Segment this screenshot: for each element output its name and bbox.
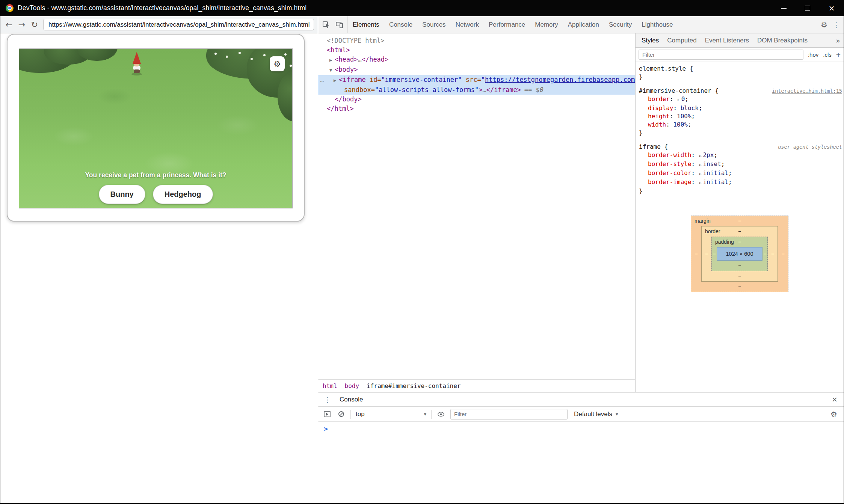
toggle-class-button[interactable]: .cls [823,51,832,58]
dom-head[interactable]: ▶<head>…</head> [318,55,635,65]
more-tabs-button[interactable]: » [832,36,844,45]
console-sidebar-button[interactable] [323,411,332,417]
tab-sources[interactable]: Sources [417,16,450,33]
tab-event-listeners[interactable]: Event Listeners [701,33,753,47]
breadcrumb: html body iframe#immersive-container [318,379,635,392]
css-declaration-overridden[interactable]: border-style: ▸inset; [639,160,842,169]
close-button[interactable]: × [820,0,844,16]
console-toolbar: top▾ Default levels▾ ⚙ [318,407,844,422]
breadcrumb-iframe[interactable]: iframe#immersive-container [367,382,461,389]
css-declaration-overridden[interactable]: border-width: ▸2px; [639,151,842,160]
drawer-menu-icon[interactable]: ⋮ [318,395,336,404]
stylesheet-source-link[interactable]: interactive…him.html:15 [769,87,842,95]
tab-performance[interactable]: Performance [484,16,530,33]
console-log-area[interactable]: > [318,422,844,503]
tab-styles[interactable]: Styles [637,33,663,47]
tab-network[interactable]: Network [451,16,484,33]
tab-elements[interactable]: Elements [348,16,384,33]
dom-html-open[interactable]: <html> [318,45,635,55]
reload-button[interactable]: ↻ [28,18,41,31]
devtools-settings-button[interactable]: ⚙ [821,20,827,29]
console-prompt-chevron[interactable]: > [324,425,328,433]
minimize-button[interactable] [772,0,796,16]
chrome-logo-icon [6,4,14,12]
forward-button[interactable]: → [15,18,28,31]
back-button[interactable]: ← [3,18,15,31]
css-declaration-overridden[interactable]: border-image: ▸initial; [639,178,842,187]
tab-security[interactable]: Security [604,16,637,33]
tab-lighthouse[interactable]: Lighthouse [637,16,678,33]
dom-body-open[interactable]: ▼<body> [318,65,635,75]
element-style-rule[interactable]: element.style { } [636,62,844,84]
drawer-close-button[interactable]: × [826,394,844,405]
user-agent-stylesheet-label: user agent stylesheet [775,143,842,151]
breadcrumb-html[interactable]: html [323,382,337,389]
game-settings-button[interactable]: ⚙ [270,56,285,71]
console-settings-button[interactable]: ⚙ [830,410,844,419]
styles-filter-bar: :hov .cls + [636,48,844,62]
box-model-padding: padding− − 1024 × 600 − − [711,237,768,271]
device-toolbar-button[interactable] [333,16,346,33]
expand-shorthand-icon[interactable]: ▸ [699,180,703,185]
clear-console-icon [338,411,344,417]
expand-shorthand-icon[interactable]: ▸ [699,171,703,176]
devtools-tab-bar: Elements Console Sources Network Perform… [318,16,844,33]
console-filter-input[interactable] [450,409,568,419]
live-expression-button[interactable] [436,412,445,417]
drawer-tab-console[interactable]: Console [336,392,367,406]
bunny-button[interactable]: Bunny [99,185,145,204]
window-controls: × [772,0,844,16]
tab-computed[interactable]: Computed [663,33,701,47]
close-icon: × [829,3,834,13]
elements-pane: <!DOCTYPE html> <html> ▶<head>…</head> ▼… [318,33,635,392]
dom-doctype[interactable]: <!DOCTYPE html> [318,36,635,45]
inspect-element-button[interactable] [319,16,333,33]
address-bar[interactable]: https://www.gstatic.com/assistant/intera… [43,19,314,30]
clear-console-button[interactable] [337,411,346,417]
expand-shorthand-icon[interactable]: ▸ [699,153,703,158]
styles-tab-bar: Styles Computed Event Listeners DOM Brea… [636,33,844,48]
execution-context-selector[interactable]: top▾ [356,410,426,418]
tab-application[interactable]: Application [563,16,604,33]
css-declaration[interactable]: border: ▸0; [639,95,842,104]
expand-shorthand-icon[interactable]: ▸ [699,162,703,167]
devtools-menu-button[interactable]: ⋮ [833,21,840,29]
tab-dom-breakpoints[interactable]: DOM Breakpoints [753,33,812,47]
css-declaration[interactable]: display: block; [639,104,842,112]
gear-icon: ⚙ [273,59,281,69]
dom-body-close[interactable]: </body> [318,95,635,104]
css-declaration[interactable]: width: 100%; [639,121,842,129]
dom-html-close[interactable]: </html> [318,104,635,113]
immersive-container-rule[interactable]: #immersive-container {interactive…him.ht… [636,84,844,140]
game-question-text: You receive a pet from a princess. What … [19,171,292,179]
dom-iframe-line-2[interactable]: sandbox="allow-scripts allow-forms">…</i… [318,85,635,95]
tab-memory[interactable]: Memory [530,16,563,33]
css-declaration-overridden[interactable]: border-color: ▸initial; [639,169,842,178]
box-model-margin: margin− − border− − padding− [691,216,788,292]
iframe-src-link[interactable]: https://testgnomegarden.firebaseapp.com [485,76,635,83]
twisty-collapsed-icon[interactable]: ▶ [329,56,335,65]
title-bar: DevTools - www.gstatic.com/assistant/int… [0,0,844,16]
maximize-button[interactable] [796,0,820,16]
expand-shorthand-icon[interactable]: ▸ [677,97,681,102]
new-style-rule-button[interactable]: + [836,50,841,59]
tab-console[interactable]: Console [384,16,417,33]
styles-sidebar: Styles Computed Event Listeners DOM Brea… [635,33,844,392]
devtools-tools [318,16,348,33]
log-levels-dropdown[interactable]: Default levels▾ [574,410,618,418]
iframe-ua-rule[interactable]: iframe {user agent stylesheet border-wid… [636,140,844,198]
gnome-shadow [131,73,142,75]
hedgehog-button[interactable]: Hedgehog [153,185,213,204]
css-declaration[interactable]: height: 100%; [639,112,842,121]
dom-iframe-selected-row[interactable]: … ▶<iframe id="immersive-container" src=… [318,75,635,95]
styles-filter-input[interactable] [639,50,803,60]
device-toolbar-icon [336,21,343,28]
breadcrumb-body[interactable]: body [345,382,359,389]
console-sidebar-icon [324,411,331,417]
minimize-icon [781,8,787,9]
twisty-expanded-icon[interactable]: ▼ [329,66,335,75]
dom-iframe-line-1[interactable]: ▶<iframe id="immersive-container" src="h… [318,75,635,85]
row-overflow-dots-icon[interactable]: … [320,75,324,85]
twisty-collapsed-icon[interactable]: ▶ [334,76,339,85]
toggle-hover-state-button[interactable]: :hov [808,51,818,58]
